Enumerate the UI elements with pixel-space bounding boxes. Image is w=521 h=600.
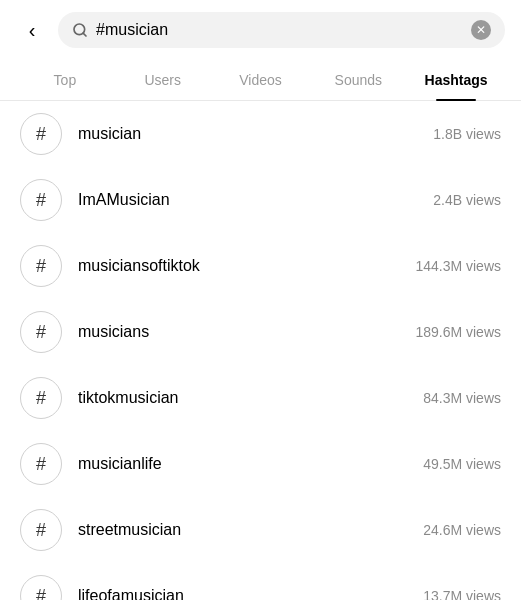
hashtag-views: 24.6M views	[423, 522, 501, 538]
search-bar[interactable]: ✕	[58, 12, 505, 48]
back-button[interactable]: ‹	[16, 14, 48, 46]
hashtag-name: streetmusician	[78, 521, 407, 539]
hashtag-name: ImAMusician	[78, 191, 417, 209]
hashtag-name: musician	[78, 125, 417, 143]
hashtag-item[interactable]: #musician1.8B views	[0, 101, 521, 167]
hashtag-icon: #	[20, 179, 62, 221]
hashtag-item[interactable]: #ImAMusician2.4B views	[0, 167, 521, 233]
hashtag-icon: #	[20, 311, 62, 353]
hashtag-name: tiktokmusician	[78, 389, 407, 407]
hashtag-item[interactable]: #tiktokmusician84.3M views	[0, 365, 521, 431]
tab-videos[interactable]: Videos	[212, 60, 310, 100]
hashtag-views: 49.5M views	[423, 456, 501, 472]
hashtag-icon: #	[20, 377, 62, 419]
hashtag-name: musiciansoftiktok	[78, 257, 399, 275]
hashtag-views: 2.4B views	[433, 192, 501, 208]
tab-top[interactable]: Top	[16, 60, 114, 100]
hashtag-views: 13.7M views	[423, 588, 501, 600]
hashtag-icon: #	[20, 245, 62, 287]
hashtag-icon: #	[20, 509, 62, 551]
hashtag-name: musicians	[78, 323, 399, 341]
hashtag-views: 84.3M views	[423, 390, 501, 406]
hashtag-views: 189.6M views	[415, 324, 501, 340]
hashtag-name: lifeofamusician	[78, 587, 407, 600]
search-icon	[72, 22, 88, 38]
back-icon: ‹	[29, 19, 36, 42]
clear-icon: ✕	[476, 23, 486, 37]
search-input[interactable]	[96, 21, 463, 39]
hashtag-icon: #	[20, 443, 62, 485]
tab-users[interactable]: Users	[114, 60, 212, 100]
hashtag-icon: #	[20, 113, 62, 155]
hashtag-item[interactable]: #musicianlife49.5M views	[0, 431, 521, 497]
svg-line-1	[83, 33, 86, 36]
hashtag-views: 144.3M views	[415, 258, 501, 274]
hashtag-views: 1.8B views	[433, 126, 501, 142]
hashtag-item[interactable]: #musicians189.6M views	[0, 299, 521, 365]
hashtag-item[interactable]: #lifeofamusician13.7M views	[0, 563, 521, 600]
clear-button[interactable]: ✕	[471, 20, 491, 40]
hashtag-list: #musician1.8B views#ImAMusician2.4B view…	[0, 101, 521, 600]
hashtag-item[interactable]: #musiciansoftiktok144.3M views	[0, 233, 521, 299]
tab-sounds[interactable]: Sounds	[309, 60, 407, 100]
header: ‹ ✕	[0, 0, 521, 60]
hashtag-name: musicianlife	[78, 455, 407, 473]
hashtag-icon: #	[20, 575, 62, 600]
hashtag-item[interactable]: #streetmusician24.6M views	[0, 497, 521, 563]
tab-hashtags[interactable]: Hashtags	[407, 60, 505, 100]
tabs-bar: Top Users Videos Sounds Hashtags	[0, 60, 521, 101]
